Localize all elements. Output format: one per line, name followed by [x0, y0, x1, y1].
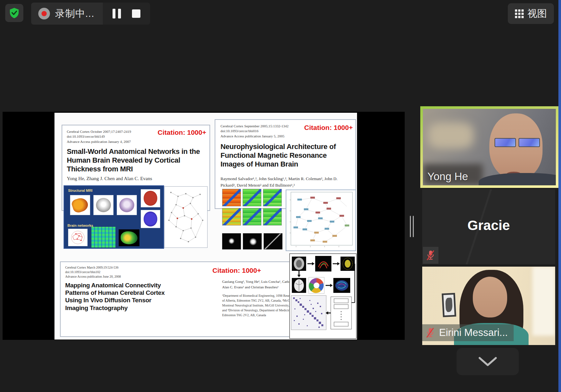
paper1-meta-line: doi:10.1093/cercor/bhl149 — [67, 134, 148, 139]
panel-resize-handle[interactable] — [410, 216, 414, 237]
record-icon — [38, 8, 50, 19]
network-sketch-thumbnail — [68, 229, 88, 246]
brain-surface-thumbnail — [119, 229, 139, 246]
paper1-figure-network — [164, 186, 208, 248]
paper2-meta-line: Advance Access publication January 5, 20… — [221, 134, 305, 139]
stop-recording-button[interactable] — [132, 9, 140, 18]
paper3-citation-badge: Citation: 1000+ — [212, 267, 261, 274]
shield-check-icon — [8, 7, 20, 19]
brain-thumbnail — [70, 195, 90, 215]
video-tile-yong-he[interactable]: Yong He — [420, 106, 558, 188]
paper2-title: Neurophysiological Architecture of Funct… — [221, 143, 352, 168]
paper1-figure-label-top: Structural MRI — [68, 189, 92, 192]
paper3-meta-line: Advance Access publication June 20, 2008 — [65, 274, 143, 279]
view-button[interactable]: 视图 — [508, 3, 554, 24]
paper2-citation-badge: Citation: 1000+ — [304, 124, 353, 132]
paper3-meta-line: Cerebral Cortex March 2009;19:524-536 — [65, 265, 143, 270]
window-edge-accent — [558, 0, 561, 392]
brain-thumbnail — [117, 195, 137, 215]
recording-label: 录制中... — [55, 7, 94, 20]
recording-indicator: 录制中... — [31, 3, 150, 25]
view-button-label: 视图 — [528, 7, 547, 20]
security-shield-button[interactable] — [5, 4, 23, 22]
paper1-authors: Yong He, Zhang J. Chen and Alan C. Evans — [67, 176, 152, 181]
paper1-citation-badge: Citation: 1000+ — [158, 129, 206, 136]
paper2-meta-line: doi:10.1093/cercor/bhi016 — [221, 129, 305, 133]
muted-mic-icon — [426, 250, 436, 261]
brain-thumbnail — [141, 189, 160, 207]
presentation-slide: Cerebral Cortex October 2007;17:2407-241… — [54, 113, 357, 340]
matrix-thumbnail — [91, 227, 115, 248]
video-tile-gracie[interactable]: Gracie — [422, 189, 555, 264]
paper1-title: Small-World Anatomical Networks in the H… — [67, 147, 206, 173]
pause-recording-button[interactable] — [113, 9, 121, 18]
paper2-meta-line: Cerebral Cortex September 2005;15:1332-1… — [221, 124, 305, 129]
paper2-figure-heatmaps — [222, 189, 283, 227]
paper2-authors: Raymond Salvador¹,², John Suckling¹,², M… — [221, 176, 350, 188]
participant-name-label: Gracie — [422, 218, 555, 233]
paper1-meta-line: Cerebral Cortex October 2007;17:2407-241… — [67, 129, 148, 134]
paper1-figure-label-bottom: Brain networks — [67, 224, 93, 227]
collapse-participants-button[interactable] — [457, 348, 519, 375]
paper2-figure-network — [286, 190, 356, 251]
brain-thumbnail — [141, 210, 160, 228]
paper1-figure-pipeline: Structural MRI Brain networks — [64, 185, 164, 249]
participant-name-label: Yong He — [427, 170, 468, 183]
grid-view-icon — [515, 9, 524, 18]
muted-mic-badge — [423, 247, 438, 264]
paper3-title: Mapping Anatomical Connectivity Patterns… — [65, 282, 172, 312]
participant-video: Yong He — [423, 109, 556, 185]
chevron-down-icon — [476, 355, 500, 368]
paper2-figure-wavelet-maps — [222, 233, 282, 249]
participant-name-chip: Eirini Messari... — [422, 324, 514, 341]
participant-name-label: Eirini Messari... — [439, 327, 508, 339]
muted-mic-icon — [425, 327, 435, 338]
paper3-figure-pipeline — [289, 253, 357, 339]
video-tile-eirini[interactable]: Eirini Messari... — [422, 267, 555, 345]
picture-frame-shape — [442, 293, 456, 317]
glasses-shape — [495, 138, 540, 147]
paper1-meta-line: Advance Access publication January 4, 20… — [67, 139, 148, 144]
brain-thumbnail — [93, 195, 113, 215]
paper3-meta-line: doi:10.1093/cercor/bhn102 — [65, 270, 143, 274]
shared-screen-area: Cerebral Cortex October 2007;17:2407-241… — [3, 112, 405, 340]
